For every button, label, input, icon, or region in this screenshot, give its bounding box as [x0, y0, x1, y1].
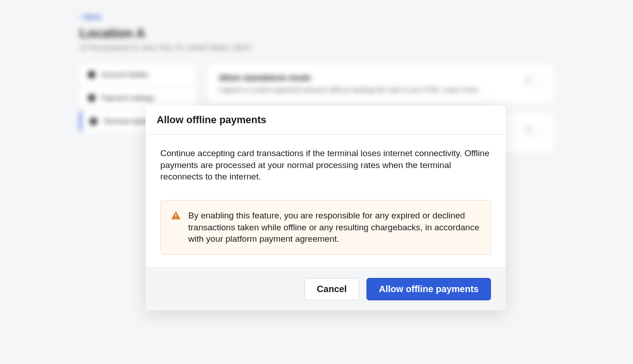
sidebar-item-label: Account details — [102, 71, 148, 78]
chevron-left-icon: ‹ — [80, 13, 82, 21]
warning-box: By enabling this feature, you are respon… — [160, 200, 491, 255]
cancel-button[interactable]: Cancel — [305, 278, 360, 300]
settings-card-standalone: Allow standalone mode Capture a custom p… — [208, 64, 554, 103]
back-link[interactable]: ‹ Back — [80, 13, 554, 21]
warning-text: By enabling this feature, you are respon… — [188, 210, 480, 245]
sidebar-item-account-details[interactable]: Account details — [80, 64, 195, 85]
modal-title: Allow offline payments — [157, 114, 495, 126]
toggle-standalone[interactable] — [524, 75, 543, 86]
confirm-button[interactable]: Allow offline payments — [366, 278, 491, 300]
card-desc: Capture a custom payment amount without … — [219, 86, 478, 93]
page-subtitle: 10 Pennsylvania St, New York, NY, United… — [80, 43, 554, 51]
back-link-label: Back — [85, 13, 101, 21]
page-title: Location A — [80, 26, 554, 41]
sidebar-item-label: Payment settings — [102, 94, 154, 102]
modal-description: Continue accepting card transactions if … — [160, 147, 491, 183]
nav-dot-icon — [88, 71, 95, 78]
toggle-offline[interactable] — [524, 125, 543, 136]
nav-dot-icon — [88, 94, 95, 102]
warning-icon — [171, 211, 181, 222]
svg-rect-1 — [175, 217, 176, 218]
modal-body: Continue accepting card transactions if … — [146, 135, 506, 267]
card-title: Allow standalone mode — [219, 73, 478, 83]
modal-header: Allow offline payments — [146, 106, 506, 135]
nav-dot-icon — [90, 118, 97, 125]
modal-footer: Cancel Allow offline payments — [146, 267, 506, 310]
offline-payments-modal: Allow offline payments Continue acceptin… — [146, 106, 506, 310]
sidebar-item-payment-settings[interactable]: Payment settings — [80, 87, 195, 108]
svg-rect-0 — [175, 213, 176, 216]
